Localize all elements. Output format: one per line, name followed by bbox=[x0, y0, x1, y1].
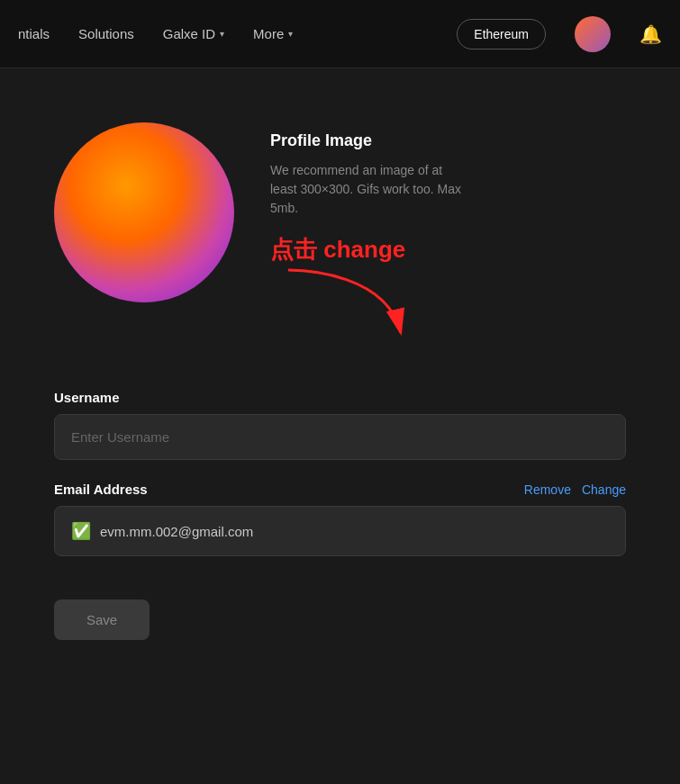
profile-avatar-large[interactable] bbox=[54, 122, 234, 302]
bell-icon[interactable]: 🔔 bbox=[639, 23, 662, 45]
avatar[interactable] bbox=[575, 16, 611, 52]
chevron-down-icon: ▾ bbox=[220, 29, 224, 39]
annotation-arrow bbox=[270, 266, 414, 347]
chevron-down-icon: ▾ bbox=[288, 29, 293, 39]
remove-link[interactable]: Remove bbox=[524, 482, 571, 497]
navbar: ntials Solutions Galxe ID ▾ More ▾ Ether… bbox=[0, 0, 680, 68]
save-button[interactable]: Save bbox=[54, 599, 150, 640]
email-section: Email Address Remove Change ✅ evm.mm.002… bbox=[54, 482, 626, 556]
arrow-container bbox=[270, 266, 432, 347]
ethereum-button[interactable]: Ethereum bbox=[457, 19, 546, 50]
username-section: Username bbox=[54, 390, 626, 460]
annotation-container: 点击 change bbox=[270, 234, 468, 347]
verified-icon: ✅ bbox=[71, 521, 91, 541]
nav-essentials[interactable]: ntials bbox=[18, 26, 50, 41]
profile-image-info: Profile Image We recommend an image of a… bbox=[270, 122, 468, 347]
username-input[interactable] bbox=[54, 414, 626, 460]
email-actions: Remove Change bbox=[524, 482, 626, 497]
nav-solutions[interactable]: Solutions bbox=[78, 26, 134, 41]
change-link[interactable]: Change bbox=[582, 482, 626, 497]
nav-galxe-id[interactable]: Galxe ID ▾ bbox=[163, 26, 224, 41]
profile-image-title: Profile Image bbox=[270, 131, 468, 150]
main-content: Profile Image We recommend an image of a… bbox=[0, 68, 680, 676]
username-label: Username bbox=[54, 390, 626, 405]
email-value: evm.mm.002@gmail.com bbox=[100, 524, 253, 539]
email-label: Email Address bbox=[54, 482, 148, 497]
annotation-text: 点击 change bbox=[270, 234, 405, 266]
nav-more[interactable]: More ▾ bbox=[253, 26, 293, 41]
email-input-wrapper: ✅ evm.mm.002@gmail.com bbox=[54, 506, 626, 556]
profile-image-desc: We recommend an image of at least 300×30… bbox=[270, 161, 468, 218]
email-field-header: Email Address Remove Change bbox=[54, 482, 626, 497]
profile-image-section: Profile Image We recommend an image of a… bbox=[54, 122, 626, 347]
